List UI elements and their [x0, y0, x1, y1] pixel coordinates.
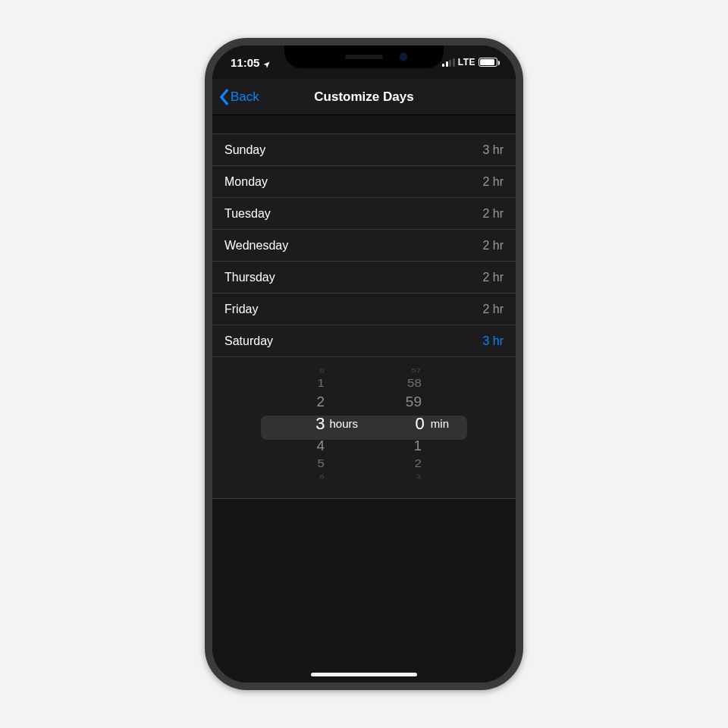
picker-hour-option: 1 — [273, 377, 364, 391]
day-value: 2 hr — [482, 239, 504, 253]
day-row-tuesday[interactable]: Tuesday 2 hr — [212, 198, 516, 230]
home-indicator[interactable] — [311, 673, 417, 676]
status-time: 11:05 — [231, 56, 259, 69]
day-label: Saturday — [224, 334, 273, 348]
picker-minute-value: 0 — [413, 412, 425, 436]
picker-hour-selected: 3 hours — [273, 412, 364, 436]
picker-hours-column[interactable]: 0 1 2 3 hours 4 5 6 — [273, 366, 364, 482]
day-row-thursday[interactable]: Thursday 2 hr — [212, 262, 516, 293]
day-list: Sunday 3 hr Monday 2 hr Tuesday 2 hr Wed… — [212, 133, 516, 357]
picker-minute-option: 58 — [364, 377, 455, 391]
device-frame: 11:05 LTE — [205, 38, 523, 690]
picker-minute-option: 2 — [364, 457, 455, 472]
picker-minute-option: 3 — [366, 475, 453, 480]
picker-minute-option: 1 — [364, 436, 455, 456]
day-value: 3 hr — [482, 334, 504, 348]
day-value: 2 hr — [482, 271, 504, 284]
battery-icon — [479, 58, 497, 67]
notch — [284, 46, 444, 68]
back-label: Back — [231, 89, 259, 105]
picker-minutes-column[interactable]: 57 58 59 0 min 1 2 3 — [364, 366, 455, 482]
day-label: Thursday — [224, 271, 275, 284]
day-row-monday[interactable]: Monday 2 hr — [212, 166, 516, 198]
day-value: 2 hr — [482, 175, 504, 189]
location-icon — [262, 58, 271, 67]
day-value: 3 hr — [482, 143, 504, 157]
picker-hour-option: 4 — [273, 436, 364, 456]
page-title: Customize Days — [314, 89, 413, 105]
day-row-friday[interactable]: Friday 2 hr — [212, 293, 516, 325]
time-picker: 0 1 2 3 hours 4 5 6 57 58 59 — [212, 357, 516, 499]
day-label: Sunday — [224, 143, 265, 157]
screen: 11:05 LTE — [212, 46, 516, 682]
day-value: 2 hr — [482, 207, 504, 221]
cellular-signal-icon — [442, 58, 455, 67]
picker-minute-unit: min — [431, 412, 449, 436]
chevron-left-icon — [218, 89, 229, 105]
network-label: LTE — [458, 57, 475, 67]
day-label: Tuesday — [224, 207, 271, 221]
picker-minute-option: 57 — [366, 369, 453, 374]
picker-minute-option: 59 — [364, 392, 455, 412]
section-gap — [212, 115, 516, 133]
front-camera — [400, 53, 407, 61]
picker-hour-option: 0 — [275, 369, 362, 374]
earpiece — [345, 55, 383, 59]
picker-hour-unit: hours — [329, 412, 358, 436]
day-row-saturday[interactable]: Saturday 3 hr — [212, 325, 516, 357]
back-button[interactable]: Back — [218, 80, 259, 115]
picker-hour-option: 5 — [273, 457, 364, 472]
day-label: Friday — [224, 303, 258, 316]
day-label: Monday — [224, 175, 268, 189]
picker-hour-option: 2 — [273, 392, 364, 412]
day-row-sunday[interactable]: Sunday 3 hr — [212, 134, 516, 166]
picker-hour-value: 3 — [312, 412, 325, 436]
day-row-wednesday[interactable]: Wednesday 2 hr — [212, 230, 516, 262]
picker-hour-option: 6 — [275, 475, 362, 480]
day-label: Wednesday — [224, 239, 288, 253]
empty-area — [212, 499, 516, 682]
day-value: 2 hr — [482, 303, 504, 316]
navigation-bar: Back Customize Days — [212, 79, 516, 115]
picker-minute-selected: 0 min — [364, 412, 455, 436]
